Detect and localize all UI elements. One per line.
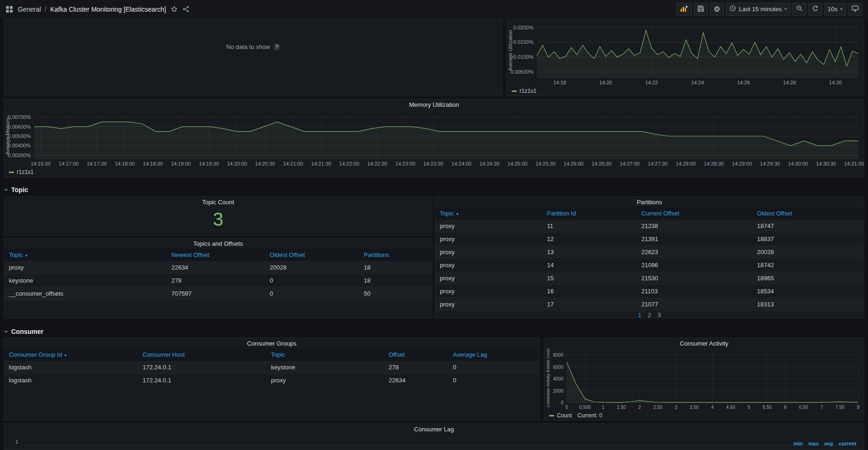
help-circle-icon[interactable]: ?	[273, 43, 280, 50]
page-number[interactable]: 3	[658, 312, 661, 318]
time-range-label: Last 15 minutes	[739, 6, 782, 13]
table-row: __consumer_offsets707597050	[4, 287, 432, 300]
sort-caret-icon: ▾	[64, 353, 67, 358]
panel-memory-utilization: Memory Utilization 0.00300%0.00400%0.005…	[4, 99, 864, 177]
table-cell: 22623	[637, 246, 752, 259]
table-row: proxy162110318534	[435, 285, 864, 298]
add-panel-button[interactable]	[676, 3, 692, 16]
breadcrumb-separator: /	[45, 6, 47, 13]
dashboard-title[interactable]: Kafka Cluster Monitoring [Elasticsearch]	[50, 6, 166, 13]
dashboard-canvas: No data to show ? 0.00500%0.0100%0.0150%…	[0, 18, 868, 450]
table-cell: 22634	[167, 261, 265, 274]
save-dashboard-button[interactable]	[694, 3, 708, 16]
refresh-interval-label: 10s	[828, 6, 838, 13]
series-swatch	[512, 90, 517, 92]
table-row: proxy132262320028	[435, 246, 864, 259]
memory-utilization-chart[interactable]: 0.00300%0.00400%0.00500%0.00600%0.00700%…	[4, 110, 864, 167]
tv-mode-button[interactable]	[848, 3, 862, 16]
table-cell: 18	[359, 274, 432, 287]
legend-min-header[interactable]: min	[794, 441, 803, 446]
consumer-lag-chart[interactable]: 1 min max avg current	[4, 434, 864, 450]
table-cell: keystone	[4, 274, 167, 287]
star-icon[interactable]	[171, 6, 178, 13]
table-cell: 278	[167, 274, 265, 287]
svg-text:14:18:30: 14:18:30	[143, 161, 163, 166]
table-cell: 20028	[752, 246, 864, 259]
page-number[interactable]: 2	[648, 312, 651, 318]
series-label[interactable]: r1z1s1	[520, 88, 536, 94]
refresh-button[interactable]	[808, 3, 822, 16]
column-header[interactable]: Current Offset	[637, 207, 752, 220]
table-cell: 21238	[637, 220, 752, 233]
table-cell: proxy	[435, 298, 542, 311]
table-cell: 0	[448, 361, 539, 374]
svg-text:0.00300%: 0.00300%	[7, 152, 31, 158]
column-header[interactable]: Consumer Group Id▾	[4, 348, 138, 361]
chevron-down-icon	[4, 329, 8, 334]
panel-title[interactable]: Topics and Offsets	[4, 238, 432, 249]
table-cell: 21103	[637, 285, 752, 298]
column-header[interactable]: Topic▾	[4, 249, 167, 261]
chevron-down-icon	[4, 187, 8, 192]
panel-no-data: No data to show ?	[4, 19, 503, 96]
column-header[interactable]: Offset	[384, 348, 448, 361]
panel-title[interactable]: Consumer Lag	[4, 424, 864, 434]
table-cell: 21391	[637, 233, 752, 246]
legend-max-header[interactable]: max	[808, 441, 819, 446]
topics-offsets-table: Topic▾Newest OffsetOldest OffsetPartitio…	[4, 249, 432, 300]
panel-consumer-lag: Consumer Lag 1 min max avg current	[4, 423, 864, 450]
svg-text:14:20:30: 14:20:30	[255, 161, 275, 166]
panel-cpu-utilization: 0.00500%0.0100%0.0150%0.0200%14:1814:201…	[507, 19, 864, 96]
panel-title[interactable]: Consumer Activity	[544, 338, 864, 348]
share-icon[interactable]	[182, 6, 189, 13]
svg-text:14:27:30: 14:27:30	[648, 161, 668, 166]
svg-text:0.500: 0.500	[579, 405, 591, 410]
legend-current-header[interactable]: current	[839, 441, 856, 446]
panel-title[interactable]: Topic Count	[4, 197, 432, 207]
table-cell: 16	[542, 285, 637, 298]
column-header[interactable]: Topic▾	[435, 207, 542, 220]
zoom-out-button[interactable]	[792, 3, 806, 16]
svg-text:4: 4	[711, 405, 714, 410]
series-label[interactable]: Count	[557, 412, 572, 419]
table-cell: 20028	[265, 261, 359, 274]
table-cell: 278	[384, 361, 448, 374]
svg-text:0: 0	[565, 405, 568, 410]
section-row-consumer[interactable]: Consumer	[4, 326, 43, 337]
page-number[interactable]: 1	[638, 312, 641, 318]
column-header[interactable]: Oldest Offset	[265, 249, 359, 261]
table-row: proxy226342002818	[4, 261, 432, 274]
apps-grid-icon[interactable]	[6, 6, 13, 13]
svg-text:5.50: 5.50	[763, 405, 772, 410]
time-range-picker[interactable]: Last 15 minutes ▾	[726, 3, 790, 16]
legend-avg-header[interactable]: avg	[824, 441, 833, 446]
refresh-interval-picker[interactable]: 10s ▾	[824, 3, 847, 16]
column-header[interactable]: Newest Offset	[167, 249, 265, 261]
section-title: Topic	[11, 186, 28, 194]
panel-title[interactable]: Partitions	[435, 197, 864, 207]
breadcrumb-folder[interactable]: General	[18, 6, 41, 13]
table-cell: 18837	[752, 233, 864, 246]
column-header[interactable]: Partitions	[359, 249, 432, 261]
svg-text:0.00600%: 0.00600%	[7, 124, 31, 130]
dashboard-settings-button[interactable]: ⚙	[710, 3, 724, 16]
svg-text:14:29:30: 14:29:30	[760, 161, 780, 166]
series-label[interactable]: r1z1s1	[17, 169, 34, 175]
svg-text:14:28:00: 14:28:00	[676, 161, 696, 166]
panel-title[interactable]: Consumer Groups	[4, 338, 539, 348]
column-header[interactable]: Consumer Host	[138, 348, 266, 361]
stat-value: 3	[4, 207, 432, 235]
table-cell: 172.24.0.1	[138, 374, 266, 387]
svg-text:14:26: 14:26	[737, 80, 750, 85]
table-cell: proxy	[4, 261, 167, 274]
section-row-topic[interactable]: Topic	[4, 184, 28, 195]
consumer-activity-chart[interactable]: 0200040006000800000.50011.5022.5033.5044…	[544, 348, 864, 411]
column-header[interactable]: Oldest Offset	[752, 207, 864, 220]
svg-text:14:20:00: 14:20:00	[227, 161, 247, 166]
cpu-utilization-chart[interactable]: 0.00500%0.0100%0.0150%0.0200%14:1814:201…	[507, 19, 864, 86]
column-header[interactable]: Partition Id	[542, 207, 637, 220]
column-header[interactable]: Topic	[266, 348, 384, 361]
panel-title[interactable]: Memory Utilization	[4, 99, 864, 110]
breadcrumb: General / Kafka Cluster Monitoring [Elas…	[18, 6, 166, 13]
column-header[interactable]: Average Lag	[448, 348, 539, 361]
